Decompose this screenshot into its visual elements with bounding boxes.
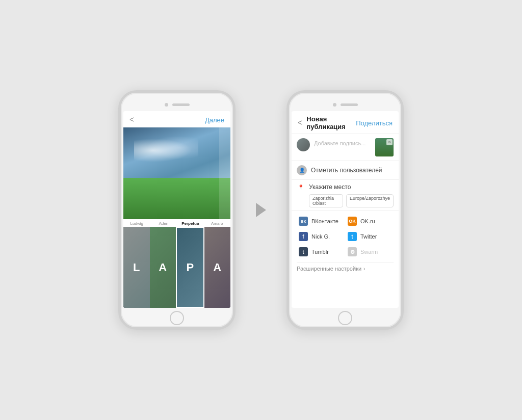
twitter-label: Twitter bbox=[360, 233, 377, 240]
filter-label-amaro[interactable]: Amaro bbox=[204, 221, 231, 226]
location-tags: Zaporizhia Oblast Europe/Zaporozhye bbox=[297, 194, 394, 207]
social-item-fb[interactable]: f Nick G. bbox=[297, 229, 345, 244]
vk-icon: ВК bbox=[299, 217, 308, 226]
caption-row: Добавьте подпись... ⧉ bbox=[292, 134, 399, 161]
tag-users-label: Отметить пользователей bbox=[311, 167, 382, 174]
home-button-1[interactable] bbox=[170, 311, 184, 325]
share-title: Новая публикация bbox=[306, 115, 352, 130]
arrow-container bbox=[256, 203, 266, 217]
filter-thumbnail-strip: L A P A bbox=[123, 227, 230, 308]
clouds bbox=[134, 137, 198, 164]
location-pin-icon: 📍 bbox=[297, 183, 305, 191]
back-button[interactable]: < bbox=[129, 115, 134, 124]
phone-2-bottom bbox=[289, 308, 401, 327]
fb-icon: f bbox=[299, 232, 308, 241]
location-tag-1[interactable]: Europe/Zaporozhye bbox=[346, 194, 394, 207]
filter-thumb-2[interactable]: P bbox=[176, 227, 204, 308]
ok-label: OK.ru bbox=[360, 218, 375, 224]
camera-dot-2 bbox=[333, 103, 336, 107]
scene: < Далее Ludwig Aden Perpetua Amaro L bbox=[118, 90, 404, 330]
location-tag-0[interactable]: Zaporizhia Oblast bbox=[309, 194, 343, 207]
filter-thumb-0[interactable]: L bbox=[123, 227, 150, 308]
share-header: < Новая публикация Поделиться bbox=[292, 111, 399, 134]
filter-thumb-3[interactable]: A bbox=[204, 227, 231, 308]
photo-preview bbox=[123, 127, 230, 219]
twitter-icon: t bbox=[348, 232, 357, 241]
share-action-button[interactable]: Поделиться bbox=[356, 119, 393, 127]
phone-2-screen: < Новая публикация Поделиться Добавьте п… bbox=[292, 111, 399, 308]
filter-label-ludwig[interactable]: Ludwig bbox=[123, 221, 150, 226]
filter-header: < Далее bbox=[123, 111, 230, 127]
home-button-2[interactable] bbox=[338, 311, 352, 325]
tag-users-icon: 👤 bbox=[297, 165, 307, 175]
chevron-right-icon: › bbox=[363, 266, 365, 272]
location-header: 📍 Укажите место bbox=[297, 183, 394, 191]
advanced-label: Расширенные настройки bbox=[297, 266, 361, 272]
social-item-ok[interactable]: OK OK.ru bbox=[346, 214, 394, 228]
swarm-label: Swarm bbox=[360, 249, 378, 255]
camera-dot bbox=[165, 103, 168, 107]
phone-1-screen: < Далее Ludwig Aden Perpetua Amaro L bbox=[123, 111, 230, 308]
swarm-icon: ⚙ bbox=[348, 247, 357, 256]
social-item-twitter[interactable]: t Twitter bbox=[346, 229, 394, 244]
speaker bbox=[172, 103, 190, 106]
social-item-swarm[interactable]: ⚙ Swarm bbox=[346, 245, 394, 259]
filter-label-perpetua[interactable]: Perpetua bbox=[177, 221, 204, 226]
phone-1-bottom bbox=[121, 308, 233, 327]
caption-input[interactable]: Добавьте подпись... bbox=[314, 138, 371, 146]
user-avatar bbox=[297, 138, 310, 151]
filter-thumb-1[interactable]: A bbox=[150, 227, 176, 308]
speaker-2 bbox=[341, 103, 358, 106]
phone-2: < Новая публикация Поделиться Добавьте п… bbox=[286, 90, 404, 330]
avatar-image bbox=[297, 138, 310, 151]
filter-label-row: Ludwig Aden Perpetua Amaro bbox=[123, 219, 230, 227]
fb-label: Nick G. bbox=[311, 233, 330, 240]
location-row[interactable]: 📍 Укажите место Zaporizhia Oblast Europe… bbox=[292, 180, 399, 211]
advanced-settings-row[interactable]: Расширенные настройки › bbox=[292, 262, 399, 275]
share-back-button[interactable]: < bbox=[298, 118, 302, 127]
tumblr-icon: t bbox=[299, 247, 308, 256]
social-item-vk[interactable]: ВК ВКонтакте bbox=[297, 214, 345, 228]
field-gradient bbox=[123, 178, 230, 219]
thumbnail-icon: ⧉ bbox=[386, 139, 393, 145]
photo-thumbnail: ⧉ bbox=[375, 138, 394, 156]
next-arrow-icon bbox=[256, 203, 266, 217]
phone-1: < Далее Ludwig Aden Perpetua Amaro L bbox=[118, 90, 236, 330]
location-label: Укажите место bbox=[309, 183, 351, 191]
vk-label: ВКонтакте bbox=[311, 218, 338, 224]
phone-1-top bbox=[121, 93, 233, 111]
social-item-tumblr[interactable]: t Tumblr bbox=[297, 245, 345, 259]
filter-label-aden[interactable]: Aden bbox=[150, 221, 177, 226]
phone-2-top bbox=[289, 93, 401, 111]
tumblr-label: Tumblr bbox=[311, 249, 329, 255]
ok-icon: OK bbox=[348, 217, 357, 226]
next-button[interactable]: Далее bbox=[205, 116, 224, 124]
tag-users-row[interactable]: 👤 Отметить пользователей bbox=[292, 161, 399, 180]
filter-strip bbox=[219, 127, 230, 219]
social-grid: ВК ВКонтакте OK OK.ru f Nick G. t Twitte… bbox=[292, 211, 399, 262]
